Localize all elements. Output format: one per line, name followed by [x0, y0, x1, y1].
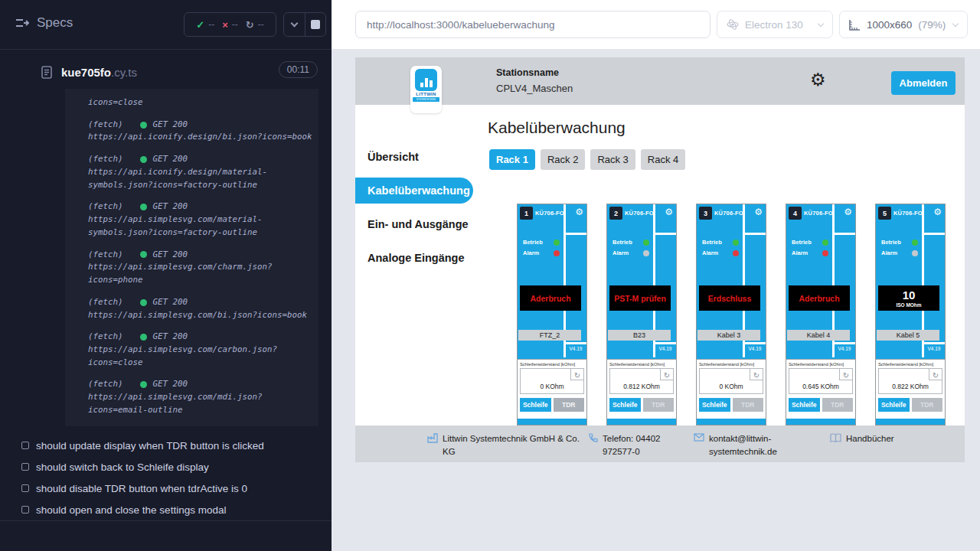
alarm-led: [643, 250, 649, 256]
chevron-down-icon: [290, 20, 298, 28]
betrieb-led: [554, 240, 560, 246]
refresh-button[interactable]: ↻: [570, 369, 583, 380]
resistance-box: ↻ 0.822 KOhm: [878, 368, 942, 394]
refresh-button[interactable]: ↻: [750, 369, 763, 380]
test-item[interactable]: should switch back to Schleife display: [0, 456, 332, 478]
success-dot-icon: [140, 251, 147, 258]
sidebar-item-kabelueberwachung[interactable]: Kabelüberwachung: [355, 178, 473, 204]
logout-button[interactable]: Abmelden: [891, 71, 956, 95]
footer-manuals[interactable]: Handbücher: [830, 432, 894, 445]
cable-name: Kabel 5: [877, 330, 939, 341]
divider: [745, 233, 766, 235]
device-card-1: 1 KÜ706-FO ⚙ Betrieb Alarm Aderbruch FTZ…: [517, 204, 587, 425]
device-model: KÜ706-FO: [714, 210, 743, 217]
tdr-button[interactable]: TDR: [822, 398, 854, 412]
phone-icon: [588, 433, 598, 443]
schleife-button[interactable]: Schleife: [699, 398, 730, 412]
sidebar-item-analoge-eingaenge[interactable]: Analoge Eingänge: [355, 252, 473, 264]
alarm-led: [822, 250, 828, 256]
tdr-button[interactable]: TDR: [643, 398, 675, 412]
tdr-button[interactable]: TDR: [733, 398, 764, 412]
tab-rack-2[interactable]: Rack 2: [541, 149, 585, 170]
footer-email[interactable]: kontakt@littwin-systemtechnik.de: [694, 432, 782, 458]
tab-rack-3[interactable]: Rack 3: [590, 149, 635, 170]
reporter-header: Specs ✓-- ×-- ↻--: [0, 0, 332, 49]
spec-file-row[interactable]: kue705fo.cy.ts 00:11: [0, 58, 332, 86]
log-entry[interactable]: (fetch)GET 200 https://api.iconify.desig…: [88, 119, 315, 144]
station-label: Stationsname: [496, 67, 573, 78]
schleife-button[interactable]: Schleife: [520, 398, 551, 412]
resistance-label: Schleifenwiderstand [kOhm]: [699, 362, 763, 367]
alarm-led-row: Alarm: [881, 249, 918, 256]
resistance-value: 0.812 KOhm: [610, 383, 673, 390]
test-item[interactable]: should update display when TDR button is…: [0, 435, 332, 456]
alarm-led-row: Alarm: [523, 249, 560, 256]
url-input[interactable]: [355, 11, 710, 38]
schleife-button[interactable]: Schleife: [609, 398, 641, 412]
divider: [924, 342, 945, 344]
tab-rack-1[interactable]: Rack 1: [489, 149, 535, 170]
card-settings-icon[interactable]: ⚙: [754, 207, 763, 217]
book-icon: [830, 433, 841, 442]
logo-chart-icon: [415, 69, 437, 91]
test-stats: ✓-- ×-- ↻--: [184, 12, 276, 37]
collapse-button[interactable]: [284, 13, 305, 36]
browser-name: Electron 130: [745, 19, 803, 31]
alarm-led-row: Alarm: [612, 249, 649, 256]
resistance-label: Schleifenwiderstand [kOhm]: [520, 362, 584, 367]
check-icon: ✓: [196, 19, 204, 31]
refresh-icon: ↻: [843, 371, 849, 380]
resistance-value: 0.645 KOhm: [789, 383, 852, 390]
refresh-button[interactable]: ↻: [929, 369, 942, 380]
card-settings-icon[interactable]: ⚙: [575, 207, 583, 217]
log-entry[interactable]: (fetch)GET 200 https://api.simplesvg.com…: [88, 331, 315, 369]
device-card-5: 5 KÜ706-FO ⚙ Betrieb Alarm 10 ISO MOhm K…: [875, 204, 946, 425]
firmware-version: V4.19: [655, 346, 675, 351]
log-entry[interactable]: (fetch)GET 200 https://api.simplesvg.com…: [88, 378, 315, 416]
specs-menu-button[interactable]: Specs: [15, 15, 73, 31]
stat-passed: ✓--: [196, 19, 214, 31]
card-settings-icon[interactable]: ⚙: [933, 207, 942, 217]
divider: [566, 233, 586, 235]
settings-gear-icon[interactable]: ⚙: [810, 70, 826, 90]
betrieb-led-row: Betrieb: [612, 239, 649, 246]
sidebar-item-uebersicht[interactable]: Übersicht: [355, 151, 473, 163]
schleife-button[interactable]: Schleife: [878, 398, 910, 412]
success-dot-icon: [140, 156, 147, 163]
device-model: KÜ706-FO: [804, 210, 833, 217]
test-item[interactable]: should disable TDR button when tdrActive…: [0, 478, 332, 499]
test-item[interactable]: should open and close the settings modal: [0, 499, 332, 520]
refresh-button[interactable]: ↻: [660, 369, 673, 380]
stop-button[interactable]: [305, 13, 326, 36]
firmware-version: V4.19: [566, 346, 586, 351]
success-dot-icon: [140, 381, 147, 388]
schleife-button[interactable]: Schleife: [789, 398, 820, 412]
slot-number: 5: [878, 207, 891, 220]
log-entry[interactable]: (fetch)GET 200 https://api.iconify.desig…: [88, 153, 315, 191]
refresh-icon: ↻: [574, 371, 580, 380]
rack-tabs: Rack 1 Rack 2 Rack 3 Rack 4: [489, 149, 685, 170]
tdr-button[interactable]: TDR: [554, 398, 585, 412]
tab-rack-4[interactable]: Rack 4: [641, 149, 685, 170]
log-entry[interactable]: (fetch)GET 200 https://api.simplesvg.com…: [88, 201, 315, 239]
slot-number: 3: [699, 207, 712, 220]
sidebar-item-ein-und-ausgaenge[interactable]: Ein- und Ausgänge: [355, 218, 473, 230]
app-header: Stationsname CPLV4_Maschen ⚙ Abmelden: [355, 57, 965, 105]
test-state-icon: [21, 484, 29, 492]
log-entry[interactable]: icons=close: [88, 96, 315, 109]
card-settings-icon[interactable]: ⚙: [844, 207, 852, 217]
firmware-version: V4.19: [745, 346, 765, 351]
footer-phone: Telefon: 04402 972577-0: [588, 432, 689, 458]
card-settings-icon[interactable]: ⚙: [665, 207, 673, 217]
littwin-logo: LITTWIN SYSTEMTECHNIK: [410, 66, 442, 113]
command-log: icons=close (fetch)GET 200 https://api.i…: [65, 89, 318, 426]
viewport-selector[interactable]: 1000x660 (79%): [839, 11, 968, 38]
display-text: Erdschluss: [708, 294, 752, 303]
log-entry[interactable]: (fetch)GET 200 https://api.simplesvg.com…: [88, 296, 315, 321]
refresh-button[interactable]: ↻: [839, 369, 852, 380]
log-entry[interactable]: (fetch)GET 200 https://api.simplesvg.com…: [88, 249, 315, 287]
browser-selector[interactable]: Electron 130: [717, 11, 833, 38]
betrieb-led: [733, 240, 739, 246]
display-text: PST-M prüfen: [614, 294, 666, 303]
tdr-button[interactable]: TDR: [912, 398, 943, 412]
